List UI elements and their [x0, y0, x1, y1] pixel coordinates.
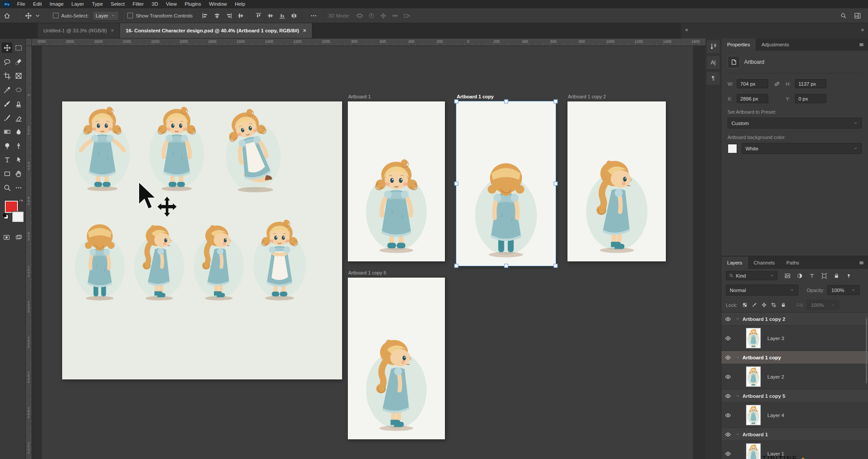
close-icon[interactable]: × — [111, 28, 114, 34]
panel-menu-icon[interactable] — [858, 42, 864, 48]
menu-view[interactable]: View — [162, 0, 181, 8]
tool-marquee[interactable] — [13, 42, 24, 53]
document-tab-2[interactable]: 16- Consistent Character design.psd @ 40… — [120, 23, 312, 38]
layer-thumbnail[interactable] — [746, 405, 761, 425]
y-field[interactable]: 0 px — [795, 94, 826, 103]
collapse-panels-icon[interactable]: « — [685, 27, 688, 33]
artboard-label[interactable]: Artboard 1 copy 2 — [568, 94, 606, 99]
visibility-toggle[interactable] — [721, 374, 735, 380]
x-field[interactable]: 2896 px — [737, 94, 768, 103]
layer-row-artboard-1-copy[interactable]: Artboard 1 copy — [721, 351, 868, 364]
artboard-artboard-1-copy-2[interactable]: Artboard 1 copy 2 — [567, 101, 666, 261]
tab-adjustments[interactable]: Adjustments — [756, 38, 794, 51]
visibility-toggle[interactable] — [721, 393, 735, 399]
height-field[interactable]: 1137 px — [795, 79, 826, 88]
tab-paths[interactable]: Paths — [780, 257, 805, 269]
scrollbar[interactable] — [866, 318, 867, 383]
layer-thumbnail[interactable] — [746, 366, 761, 387]
vertical-ruler[interactable]: 0200400600800100012001400160018002000 — [25, 45, 32, 459]
tool-dodge[interactable] — [2, 140, 12, 151]
tab-layers[interactable]: Layers — [721, 257, 748, 269]
tool-gradient[interactable] — [2, 126, 12, 137]
tool-crop[interactable] — [2, 70, 12, 81]
artboard-artboard-1-copy[interactable]: Artboard 1 copy — [456, 101, 556, 266]
selection-handle[interactable] — [455, 100, 458, 104]
visibility-toggle[interactable] — [721, 316, 735, 322]
artboard-bg-dropdown[interactable]: White — [742, 143, 862, 154]
dist-top-button[interactable] — [255, 12, 262, 19]
dist-center-v-button[interactable] — [267, 12, 274, 19]
horizontal-ruler[interactable]: 3000280026002400220020001800160014001200… — [25, 38, 705, 46]
swap-colors-icon[interactable] — [18, 199, 24, 204]
lock-checker-button[interactable] — [742, 302, 748, 308]
selection-handle[interactable] — [504, 100, 508, 104]
panel-menu-icon[interactable] — [858, 260, 864, 266]
layer-row-layer-2[interactable]: Layer 2 — [721, 364, 868, 389]
artboard-label[interactable]: Artboard 1 copy — [457, 94, 494, 99]
width-field[interactable]: 704 px — [737, 79, 768, 88]
artboard-artboard-1-copy-5[interactable]: Artboard 1 copy 5 — [348, 278, 445, 439]
tool-pen[interactable] — [13, 140, 24, 151]
tab-properties[interactable]: Properties — [721, 38, 756, 51]
default-colors-icon[interactable] — [2, 213, 8, 219]
show-transform-checkbox[interactable] — [127, 13, 133, 18]
filter-image-button[interactable] — [783, 272, 792, 280]
artboard-artboard-1[interactable]: Artboard 1 — [348, 101, 445, 261]
tab-channels[interactable]: Channels — [748, 257, 781, 269]
layer-thumbnail[interactable] — [746, 443, 761, 459]
quick-mask-button[interactable] — [3, 234, 10, 241]
blend-mode-dropdown[interactable]: Normal — [726, 285, 798, 296]
selection-handle[interactable] — [554, 182, 558, 186]
tool-zoom[interactable] — [2, 182, 12, 193]
filter-pin-button[interactable] — [844, 272, 853, 280]
auto-select-checkbox[interactable] — [53, 13, 59, 18]
tool-frame[interactable] — [13, 70, 24, 81]
reference-artboard[interactable] — [62, 101, 342, 379]
visibility-toggle[interactable] — [721, 335, 735, 341]
more-align-options-button[interactable] — [307, 8, 321, 23]
screen-mode-button[interactable] — [15, 234, 22, 241]
expand-panels-icon[interactable]: » — [861, 27, 864, 33]
selection-handle[interactable] — [554, 100, 558, 104]
menu-filter[interactable]: Filter — [129, 0, 148, 8]
layer-row-layer-4[interactable]: Layer 4 — [721, 403, 868, 428]
filter-adjustment-button[interactable] — [795, 272, 804, 280]
opacity-field[interactable]: 100% — [827, 285, 860, 295]
filter-lock-button[interactable] — [832, 272, 841, 280]
tool-type[interactable] — [2, 154, 12, 165]
chevron-down-icon[interactable] — [735, 432, 740, 437]
layer-thumbnail[interactable] — [746, 328, 761, 348]
selection-handle[interactable] — [554, 264, 558, 268]
menu-layer[interactable]: Layer — [67, 0, 88, 8]
auto-select-target-dropdown[interactable]: Layer — [92, 11, 119, 21]
visibility-toggle[interactable] — [721, 412, 735, 418]
menu-image[interactable]: Image — [46, 0, 67, 8]
menu-file[interactable]: File — [13, 0, 29, 8]
chevron-down-icon[interactable] — [735, 316, 740, 321]
selection-handle[interactable] — [455, 182, 458, 186]
search-button[interactable] — [840, 12, 847, 19]
lock-brush-button[interactable] — [752, 302, 757, 308]
tool-eraser[interactable] — [13, 112, 24, 123]
tool-blur[interactable] — [13, 126, 24, 137]
tool-brush[interactable] — [2, 98, 12, 109]
tool-quick-select[interactable] — [13, 56, 24, 67]
layer-row-artboard-1-copy-5[interactable]: Artboard 1 copy 5 — [721, 389, 868, 403]
tool-lasso[interactable] — [2, 56, 12, 67]
background-color-swatch[interactable] — [12, 211, 24, 223]
selection-handle[interactable] — [504, 264, 508, 268]
lock-move-all-button[interactable] — [761, 302, 767, 308]
align-left-button[interactable] — [202, 12, 209, 19]
character-panel-icon[interactable]: A| — [707, 56, 720, 69]
artboard-bg-swatch[interactable] — [728, 144, 737, 153]
tool-move[interactable] — [2, 42, 12, 53]
chevron-down-icon[interactable] — [735, 393, 740, 398]
chevron-down-icon[interactable] — [735, 355, 740, 360]
menu-3d[interactable]: 3D — [148, 0, 162, 8]
visibility-toggle[interactable] — [721, 431, 735, 438]
align-right-button[interactable] — [225, 12, 232, 19]
dist-left-button[interactable] — [290, 12, 298, 19]
tool-clone-stamp[interactable] — [13, 98, 24, 109]
layer-row-artboard-1[interactable]: Artboard 1 — [721, 428, 868, 441]
paragraph-panel-icon[interactable]: ¶ — [707, 72, 720, 85]
